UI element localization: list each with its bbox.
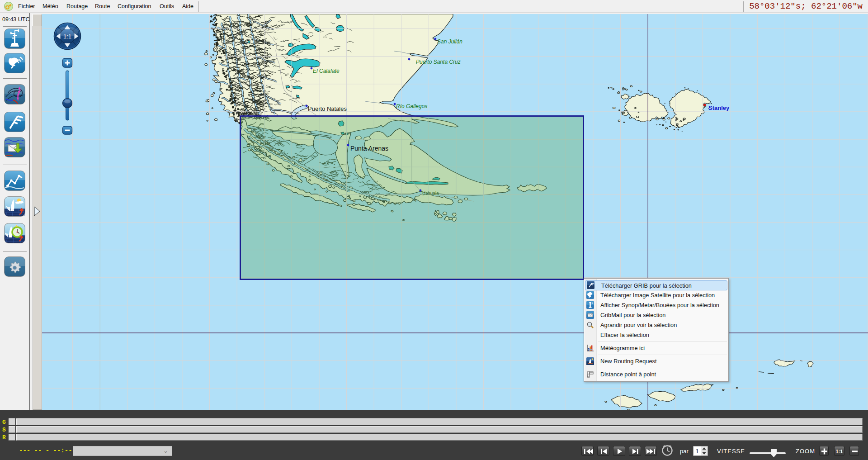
svg-text:Río Gallegos: Río Gallegos (396, 103, 427, 109)
svg-text:Ushuaia: Ushuaia (422, 191, 439, 196)
svg-text:Punta Arenas: Punta Arenas (350, 145, 388, 152)
svg-text:Puerto Santa Cruz: Puerto Santa Cruz (416, 59, 461, 65)
svg-text:Stanley: Stanley (708, 104, 730, 111)
svg-text:Puerto Natales: Puerto Natales (308, 105, 347, 112)
svg-text:El Calafate: El Calafate (313, 68, 340, 74)
svg-text:San Julián: San Julián (437, 38, 462, 45)
